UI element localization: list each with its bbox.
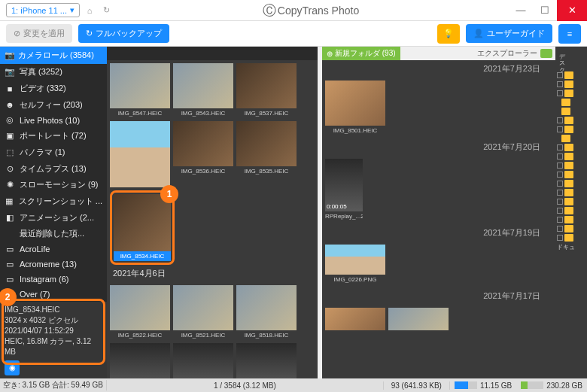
thumbnail[interactable]: 0:00:05RPReplay_...22349.mov bbox=[325, 159, 363, 221]
camera-icon: 📷 bbox=[5, 50, 15, 60]
folder-icon[interactable] bbox=[564, 216, 573, 223]
disk-usage-1: 11.15 GB bbox=[450, 381, 516, 390]
sidebar-item-acromeme[interactable]: ▭Acromeme (13) bbox=[0, 257, 107, 272]
thumbnail[interactable]: IMG_8543.HEIC bbox=[173, 63, 233, 118]
new-folder-button[interactable]: ⊕ 新規フォルダ (93) bbox=[322, 47, 400, 60]
menu-button[interactable]: ≡ bbox=[558, 24, 581, 44]
thumbnail[interactable]: IMG_8514.MOV bbox=[173, 343, 233, 378]
pane-header-left bbox=[107, 47, 318, 60]
callout-badge-1: 1 bbox=[160, 185, 178, 203]
thumbnail[interactable] bbox=[388, 308, 449, 330]
sidebar-item-timelapse[interactable]: ⊙タイムラプス (13) bbox=[0, 160, 107, 177]
animation-icon: ◧ bbox=[5, 213, 15, 223]
folder-icon[interactable] bbox=[564, 225, 573, 232]
hamburger-icon: ≡ bbox=[567, 29, 572, 38]
folder-icon[interactable] bbox=[564, 144, 573, 151]
device-photos-pane: IMG_8547.HEIC IMG_8543.HEIC IMG_8537.HEI… bbox=[107, 47, 318, 378]
sidebar-item-selfies[interactable]: ☻セルフィー (203) bbox=[0, 96, 107, 113]
tips-button[interactable]: 💡 bbox=[437, 24, 460, 44]
folder-tree[interactable]: デスク ドキュ bbox=[555, 47, 587, 378]
check-icon: ⊘ bbox=[14, 29, 20, 38]
sidebar-item-videos[interactable]: ■ビデオ (332) bbox=[0, 81, 107, 97]
sidebar-item-screenshots[interactable]: ▦スクリーンショット ... bbox=[0, 193, 107, 210]
folder-icon[interactable] bbox=[564, 234, 573, 242]
folder-icon[interactable] bbox=[561, 99, 570, 106]
thumbnail[interactable]: IMG_8522.HEIC bbox=[110, 285, 170, 340]
sidebar-item-deleted[interactable]: 最近削除した項... bbox=[0, 226, 107, 242]
album-icon: ▭ bbox=[5, 260, 15, 269]
thumbnail[interactable]: 0:00:11IMG_8515.MOV bbox=[110, 343, 170, 378]
live-icon: ◎ bbox=[5, 115, 15, 125]
status-storage: 空き: 3.15 GB 合計: 59.49 GB bbox=[0, 380, 107, 390]
sidebar-item-animation[interactable]: ◧アニメーション (2... bbox=[0, 209, 107, 226]
album-icon: ▭ bbox=[5, 275, 15, 284]
folder-icon[interactable] bbox=[564, 180, 573, 187]
apply-changes-button[interactable]: ⊘ 変更を適用 bbox=[6, 24, 72, 43]
selfie-icon: ☻ bbox=[5, 100, 15, 109]
folder-icon[interactable] bbox=[564, 153, 573, 160]
disk-usage-2: 230.28 GB bbox=[516, 381, 587, 390]
refresh-icon[interactable]: ↻ bbox=[99, 4, 113, 17]
sidebar-item-livephotos[interactable]: ◎Live Photos (10) bbox=[0, 113, 107, 128]
folder-icon[interactable] bbox=[564, 71, 573, 79]
full-backup-button[interactable]: ↻ フルバックアップ bbox=[78, 24, 169, 43]
folder-icon[interactable] bbox=[564, 81, 573, 88]
thumbnail[interactable]: IMG_8518.HEIC bbox=[236, 285, 297, 340]
folder-icon[interactable] bbox=[564, 207, 573, 214]
thumbnail[interactable]: IMG_8537.HEIC bbox=[236, 63, 297, 118]
status-selection: 1 / 3584 (3.12 MB) bbox=[107, 381, 384, 390]
compass-icon: ◉ bbox=[9, 363, 16, 373]
info-action-button[interactable]: ◉ bbox=[5, 360, 20, 375]
folder-icon[interactable] bbox=[564, 162, 573, 169]
device-selector[interactable]: 1: iPhone 11 ... ▾ bbox=[6, 3, 80, 17]
sidebar-item-panorama[interactable]: ⬚パノラマ (1) bbox=[0, 144, 107, 161]
chevron-down-icon: ▾ bbox=[70, 5, 75, 15]
thumbnail[interactable]: IMG_8535.HEIC bbox=[236, 121, 297, 187]
pane-header-right: ⊕ 新規フォルダ (93) エクスプローラー bbox=[322, 47, 555, 60]
statusbar: 空き: 3.15 GB 合計: 59.49 GB 1 / 3584 (3.12 … bbox=[0, 378, 587, 392]
folder-icon[interactable] bbox=[564, 117, 573, 124]
folder-icon[interactable] bbox=[561, 108, 570, 115]
timelapse-icon: ⊙ bbox=[5, 164, 15, 174]
selected-thumbnail[interactable]: 1 IMG_8534.HEIC bbox=[110, 190, 175, 265]
sidebar-item-photos[interactable]: 📷写真 (3252) bbox=[0, 64, 107, 81]
thumbnail[interactable]: IMG_0226.PNG bbox=[325, 245, 385, 284]
folder-icon[interactable] bbox=[564, 171, 573, 178]
folder-icon[interactable] bbox=[540, 49, 552, 58]
pc-photos-pane: ⊕ 新規フォルダ (93) エクスプローラー 2021年7月23日 IMG_85… bbox=[322, 47, 587, 378]
folder-icon[interactable] bbox=[561, 135, 570, 142]
sidebar-header-camera-roll[interactable]: 📷 カメラロール (3584) bbox=[0, 47, 107, 64]
info-details: HEIC, 16.8M カラー, 3.12 MB bbox=[5, 336, 102, 357]
thumbnail[interactable] bbox=[325, 308, 385, 330]
folder-icon[interactable] bbox=[564, 189, 573, 196]
thumbnail[interactable]: IMG_8536.HEIC bbox=[173, 121, 233, 187]
titlebar: 1: iPhone 11 ... ▾ ⌂ ↻ ⒸCopyTrans Photo … bbox=[0, 0, 587, 21]
thumbnail[interactable] bbox=[110, 121, 170, 187]
camera-roll-label: カメラロール (3584) bbox=[18, 50, 94, 61]
sidebar-item-portrait[interactable]: ▣ポートレート (72) bbox=[0, 128, 107, 144]
portrait-icon: ▣ bbox=[5, 131, 15, 141]
info-filename: IMG_8534.HEIC bbox=[5, 305, 102, 315]
date-header: 2021年7月20日 bbox=[322, 138, 555, 156]
plus-icon: ⊕ bbox=[327, 50, 333, 58]
thumbnail[interactable]: IMG_8521.HEIC bbox=[173, 285, 233, 340]
user-guide-button[interactable]: 👤 ユーザーガイド bbox=[466, 24, 552, 43]
maximize-button[interactable]: ☐ bbox=[533, 0, 557, 21]
sidebar-item-instagram[interactable]: ▭Instagram (6) bbox=[0, 272, 107, 287]
minimize-button[interactable]: — bbox=[509, 0, 533, 21]
thumbnail[interactable]: IMG_8501.HEIC bbox=[325, 81, 385, 135]
date-header: 2021年7月19日 bbox=[322, 224, 555, 242]
panorama-icon: ⬚ bbox=[5, 147, 15, 157]
sidebar-item-slomo[interactable]: ✺スローモーション (9) bbox=[0, 177, 107, 193]
thumbnail[interactable]: IMG_8547.HEIC bbox=[110, 63, 170, 118]
folder-icon[interactable] bbox=[564, 198, 573, 205]
thumbnail[interactable]: IMG_8513.HEIC bbox=[236, 343, 297, 378]
home-icon[interactable]: ⌂ bbox=[83, 4, 96, 17]
screenshot-icon: ▦ bbox=[5, 196, 14, 206]
explorer-label: エクスプローラー bbox=[400, 48, 540, 59]
close-button[interactable]: ✕ bbox=[557, 0, 587, 21]
folder-icon[interactable] bbox=[564, 90, 573, 97]
sidebar-item-acrolife[interactable]: ▭AcroLife bbox=[0, 242, 107, 257]
folder-icon[interactable] bbox=[564, 126, 573, 133]
device-label: 1: iPhone 11 ... bbox=[11, 6, 67, 15]
